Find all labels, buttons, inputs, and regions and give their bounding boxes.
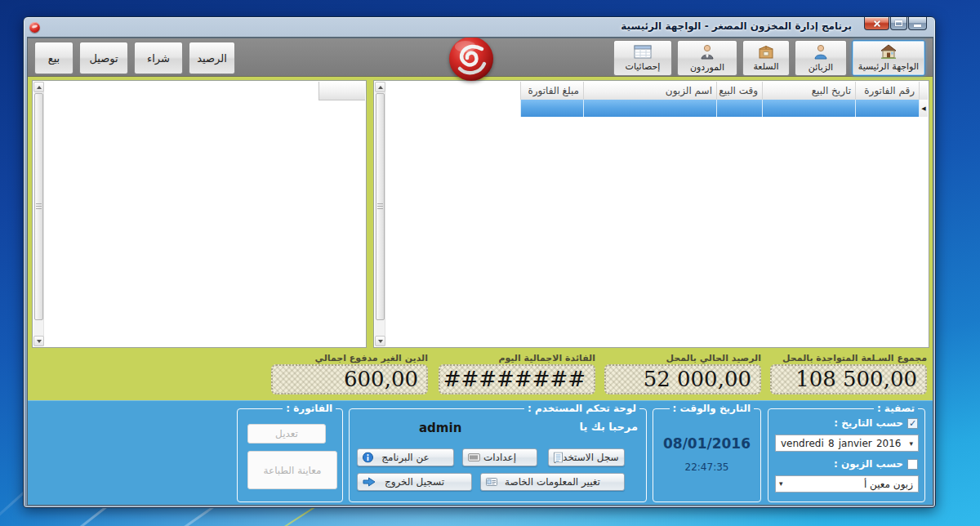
delivery-button[interactable]: توصيل [79, 42, 128, 74]
scrollbar-grip [36, 203, 42, 210]
username-text: admin [419, 421, 461, 435]
about-program-label: عن البرنامج [381, 452, 430, 463]
user-control-groupbox: لوحة تحكم المستخدم : مرحبا بك يا admin س… [349, 408, 647, 502]
total-value: 52 000,00 [644, 367, 751, 391]
by-date-label: حسب التاريخ : [834, 417, 903, 429]
suppliers-label: الموردون [690, 63, 724, 73]
total-value: ######## [443, 367, 586, 391]
customer-combobox[interactable]: زبون معين أ ▾ [775, 475, 919, 493]
triangle-up-icon [37, 86, 42, 89]
current-date: 08/01/2016 [653, 435, 760, 452]
scrollbar-thumb[interactable] [34, 93, 43, 320]
by-date-checkbox[interactable]: ✓ [907, 418, 918, 429]
date-year: 2016 [876, 438, 902, 449]
cell-sale-date[interactable] [762, 100, 855, 117]
left-panel-scrollbar[interactable] [33, 82, 44, 346]
total-value: 108 500,00 [795, 367, 917, 391]
statistics-table-icon [634, 45, 652, 61]
datetime-groupbox-title: التاريخ والوقت : [670, 403, 754, 414]
customer-person-icon [813, 44, 828, 62]
total-value-box: 108 500,00 [770, 364, 927, 394]
purchase-button[interactable]: شراء [134, 42, 183, 74]
desktop-background: برنامج إدارة المخزون المصغر - الواجهة ال… [0, 0, 980, 526]
edit-invoice-button[interactable]: تعديل [247, 424, 326, 444]
home-button-active[interactable]: الواجهة الرئيسية [852, 40, 925, 76]
triangle-up-icon [378, 86, 383, 89]
chevron-down-icon: ▾ [909, 439, 913, 448]
cell-invoice-amount[interactable] [520, 100, 583, 117]
scrollbar-grip [377, 203, 383, 210]
statistics-button[interactable]: إحصائيات [613, 40, 672, 76]
settings-button[interactable]: إعدادات [462, 448, 537, 466]
column-header-invoice-amount[interactable]: مبلغ الفاتورة [520, 82, 583, 100]
current-time: 22:47:35 [653, 461, 760, 473]
selected-table-row[interactable]: ◀ [520, 100, 928, 117]
total-label: مجموع السـلعة المتواجدة بالمحل [770, 354, 927, 364]
maximize-button[interactable] [890, 17, 907, 30]
column-header-sale-date[interactable]: تاريخ البيع [762, 82, 855, 100]
toolbar-right-group: إحصائيات الموردون السلعة [613, 40, 925, 76]
total-value-box: 600,00 [271, 364, 428, 394]
client-area: بيع توصيل شراء الرصيد إحصائيات [27, 37, 933, 506]
usage-log-button[interactable]: سجل الاستخدام [548, 448, 625, 466]
scrollbar-thumb[interactable] [376, 93, 385, 320]
cell-sale-time[interactable] [716, 100, 762, 117]
supplier-person-icon [700, 44, 715, 62]
minimize-icon [914, 25, 921, 27]
total-label: الرصيد الحالي بالمحل [604, 354, 761, 364]
scroll-down-button[interactable] [33, 336, 44, 346]
filter-by-customer-row[interactable]: حسب الزبون : [834, 458, 918, 470]
left-list-panel[interactable] [32, 80, 367, 348]
change-personal-info-label: تغيير المعلومات الخاصة [505, 476, 600, 488]
by-customer-checkbox[interactable] [907, 459, 918, 470]
datetime-groupbox: التاريخ والوقت : 08/01/2016 22:47:35 [653, 408, 761, 502]
toolbar-left-group: بيع توصيل شراء الرصيد [34, 42, 235, 74]
total-value-box: 52 000,00 [604, 364, 761, 394]
print-preview-button[interactable]: معاينة الطباعة [247, 451, 337, 489]
sales-table-header: مبلغ الفاتورة اسم الزبون وقت البيع تاريخ… [520, 82, 928, 100]
logout-button[interactable]: تسجيل الخروج [357, 473, 472, 491]
usage-log-label: سجل الاستخدام [554, 452, 618, 463]
scroll-up-button[interactable] [375, 82, 385, 92]
customers-label: الزبائن [808, 63, 833, 73]
window-title: برنامج إدارة المخزون المصغر - الواجهة ال… [621, 20, 852, 32]
column-header-invoice-number[interactable]: رقم الفاتورة [855, 82, 919, 100]
column-header-customer-name[interactable]: اسم الزبون [583, 82, 716, 100]
about-info-icon [363, 452, 373, 463]
date-month: janvier [839, 438, 872, 449]
total-unpaid-debt: الدين الغير مدفوع اجمالي 600,00 [271, 354, 428, 394]
cell-invoice-number[interactable] [855, 100, 919, 117]
balance-button[interactable]: الرصيد [189, 42, 235, 74]
brand-logo [448, 37, 495, 82]
row-selector-icon: ◀ [921, 105, 925, 112]
scroll-down-button[interactable] [375, 336, 385, 346]
minimize-button[interactable] [908, 17, 927, 30]
change-personal-info-button[interactable]: تغيير المعلومات الخاصة [480, 473, 625, 491]
sales-table-scrollbar[interactable] [375, 82, 385, 346]
edit-personal-info-icon [486, 478, 497, 486]
cell-customer-name[interactable] [583, 100, 716, 117]
filter-by-date-row[interactable]: ✓ حسب التاريخ : [834, 417, 918, 429]
total-goods-value: مجموع السـلعة المتواجدة بالمحل 108 500,0… [770, 354, 927, 394]
row-header-corner [919, 82, 928, 100]
usage-log-icon [554, 452, 563, 463]
suppliers-button[interactable]: الموردون [677, 40, 737, 76]
settings-label: إعدادات [483, 452, 516, 463]
bottom-panel: الفاتورة : تعديل معاينة الطباعة لوحة تحك… [28, 400, 933, 505]
total-profit-today: الفائدة الاجمالية اليوم ######## [439, 354, 595, 394]
scroll-up-button[interactable] [33, 82, 44, 92]
customers-button[interactable]: الزبائن [795, 40, 847, 76]
logout-label: تسجيل الخروج [385, 476, 444, 488]
sell-button[interactable]: بيع [34, 42, 74, 74]
date-weekday: vendredi [781, 438, 824, 449]
close-button[interactable] [864, 17, 889, 30]
about-program-button[interactable]: عن البرنامج [357, 448, 454, 466]
goods-button[interactable]: السلعة [742, 40, 790, 76]
titlebar[interactable]: برنامج إدارة المخزون المصغر - الواجهة ال… [24, 17, 935, 37]
home-icon [880, 44, 897, 61]
column-header-sale-time[interactable]: وقت البيع [716, 82, 762, 100]
date-picker[interactable]: vendredi 8 janvier 2016 ▾ [775, 435, 919, 452]
chevron-down-icon: ▾ [779, 479, 783, 488]
grid-corner-header[interactable] [318, 82, 365, 100]
sales-table[interactable]: مبلغ الفاتورة اسم الزبون وقت البيع تاريخ… [373, 80, 929, 348]
